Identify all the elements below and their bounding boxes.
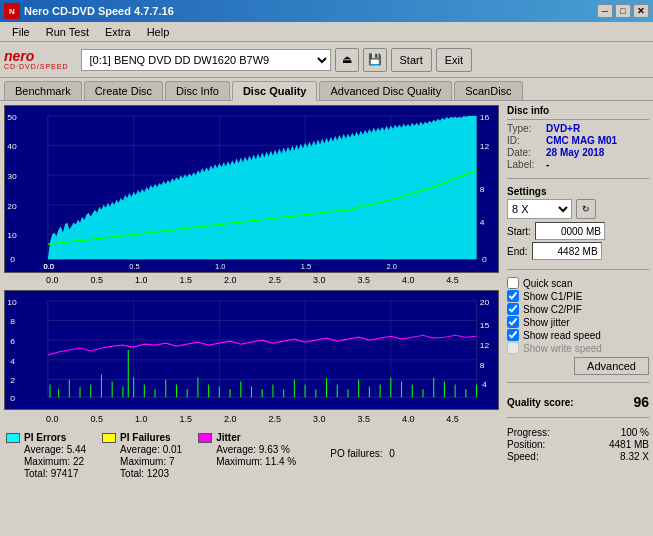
bottom-chart: 10 8 6 4 2 0 20 15 12 8 4 [4, 290, 499, 410]
show-c2-pif-row: Show C2/PIF [507, 303, 649, 315]
jitter-max-label: Maximum: [216, 456, 262, 467]
eject-icon[interactable]: ⏏ [335, 48, 359, 72]
title-bar-left: N Nero CD-DVD Speed 4.7.7.16 [4, 3, 174, 19]
pi-errors-max-label: Maximum: [24, 456, 70, 467]
checkboxes-section: Quick scan Show C1/PIE Show C2/PIF Show … [507, 277, 649, 375]
exit-button[interactable]: Exit [436, 48, 472, 72]
disc-type-row: Type: DVD+R [507, 123, 649, 134]
speed-select[interactable]: 8 X [507, 199, 572, 219]
svg-text:0.5: 0.5 [129, 262, 139, 271]
speed-label: Speed: [507, 451, 539, 462]
pi-failures-total-label: Total: [120, 468, 144, 479]
po-failures-label: PO failures: [330, 448, 382, 459]
legend-po-failures: PO failures: 0 [312, 448, 395, 479]
end-input[interactable] [532, 242, 602, 260]
nero-logo-text: nero [4, 49, 34, 63]
legend-pi-errors: PI Errors Average: 5.44 Maximum: 22 Tota… [6, 432, 86, 479]
tab-scan-disc[interactable]: ScanDisc [454, 81, 522, 100]
save-icon[interactable]: 💾 [363, 48, 387, 72]
top-chart-xaxis: 0.0 0.5 1.0 1.5 2.0 2.5 3.0 3.5 4.0 4.5 [4, 275, 499, 285]
svg-text:0.0: 0.0 [44, 262, 54, 271]
show-read-speed-label: Show read speed [523, 330, 601, 341]
pi-failures-avg-label: Average: [120, 444, 160, 455]
legend-pi-failures: PI Failures Average: 0.01 Maximum: 7 Tot… [102, 432, 182, 479]
quick-scan-checkbox[interactable] [507, 277, 519, 289]
position-value: 4481 MB [609, 439, 649, 450]
title-bar: N Nero CD-DVD Speed 4.7.7.16 ─ □ ✕ [0, 0, 653, 22]
jitter-color [198, 433, 212, 443]
drive-select[interactable]: [0:1] BENQ DVD DD DW1620 B7W9 [81, 49, 331, 71]
quality-score-label: Quality score: [507, 397, 574, 408]
minimize-button[interactable]: ─ [597, 4, 613, 18]
menu-help[interactable]: Help [139, 24, 178, 40]
bottom-chart-xaxis: 0.0 0.5 1.0 1.5 2.0 2.5 3.0 3.5 4.0 4.5 [4, 414, 499, 424]
start-button[interactable]: Start [391, 48, 432, 72]
svg-text:2.0: 2.0 [387, 262, 397, 271]
settings-refresh-icon[interactable]: ↻ [576, 199, 596, 219]
tab-create-disc[interactable]: Create Disc [84, 81, 163, 100]
quick-scan-row: Quick scan [507, 277, 649, 289]
disc-info-section: Disc info Type: DVD+R ID: CMC MAG M01 Da… [507, 105, 649, 171]
menu-file[interactable]: File [4, 24, 38, 40]
svg-text:10: 10 [7, 298, 17, 307]
pi-failures-total-value: 1203 [147, 468, 169, 479]
svg-text:8: 8 [10, 318, 15, 327]
legend-jitter: Jitter Average: 9.63 % Maximum: 11.4 % [198, 432, 296, 479]
start-input[interactable] [535, 222, 605, 240]
tab-benchmark[interactable]: Benchmark [4, 81, 82, 100]
menu-extra[interactable]: Extra [97, 24, 139, 40]
svg-text:4: 4 [482, 381, 487, 390]
advanced-button[interactable]: Advanced [574, 357, 649, 375]
svg-text:20: 20 [480, 298, 490, 307]
show-jitter-checkbox[interactable] [507, 316, 519, 328]
svg-text:4: 4 [480, 218, 485, 227]
disc-date-label: Date: [507, 147, 542, 158]
speed-row-progress: Speed: 8.32 X [507, 451, 649, 462]
svg-text:40: 40 [7, 143, 17, 152]
quality-score-value: 96 [633, 394, 649, 410]
show-c2-pif-checkbox[interactable] [507, 303, 519, 315]
disc-label-value: - [546, 159, 549, 170]
svg-text:6: 6 [10, 337, 15, 346]
jitter-max-value: 11.4 % [265, 456, 296, 467]
show-read-speed-checkbox[interactable] [507, 329, 519, 341]
jitter-avg-label: Average: [216, 444, 256, 455]
close-button[interactable]: ✕ [633, 4, 649, 18]
show-jitter-row: Show jitter [507, 316, 649, 328]
maximize-button[interactable]: □ [615, 4, 631, 18]
show-read-speed-row: Show read speed [507, 329, 649, 341]
disc-type-label: Type: [507, 123, 542, 134]
pi-failures-avg-value: 0.01 [163, 444, 182, 455]
svg-text:30: 30 [7, 172, 17, 181]
disc-id-row: ID: CMC MAG M01 [507, 135, 649, 146]
svg-text:12: 12 [480, 143, 490, 152]
end-label: End: [507, 246, 528, 257]
jitter-label: Jitter [216, 432, 240, 443]
progress-row: Progress: 100 % [507, 427, 649, 438]
right-panel: Disc info Type: DVD+R ID: CMC MAG M01 Da… [503, 101, 653, 533]
show-c1-pie-checkbox[interactable] [507, 290, 519, 302]
tab-disc-info[interactable]: Disc Info [165, 81, 230, 100]
svg-text:12: 12 [480, 341, 490, 350]
tab-disc-quality[interactable]: Disc Quality [232, 81, 318, 101]
tab-advanced-disc-quality[interactable]: Advanced Disc Quality [319, 81, 452, 100]
main-content: 50 40 30 20 10 0 16 12 8 4 0 0.0 0.5 1.0… [0, 101, 653, 533]
pi-errors-max-value: 22 [73, 456, 84, 467]
svg-text:10: 10 [7, 232, 17, 241]
menu-run-test[interactable]: Run Test [38, 24, 97, 40]
progress-value: 100 % [621, 427, 649, 438]
toolbar: nero CD·DVD/SPEED [0:1] BENQ DVD DD DW16… [0, 42, 653, 78]
pi-errors-avg-value: 5.44 [67, 444, 86, 455]
quick-scan-label: Quick scan [523, 278, 572, 289]
settings-title: Settings [507, 186, 649, 197]
speed-row: 8 X ↻ [507, 199, 649, 219]
position-row: Position: 4481 MB [507, 439, 649, 450]
pi-errors-label: PI Errors [24, 432, 66, 443]
svg-text:0: 0 [10, 394, 15, 403]
nero-logo-sub: CD·DVD/SPEED [4, 63, 69, 70]
disc-id-value: CMC MAG M01 [546, 135, 617, 146]
settings-section: Settings 8 X ↻ Start: End: [507, 186, 649, 262]
show-write-speed-label: Show write speed [523, 343, 602, 354]
svg-text:50: 50 [7, 113, 17, 122]
disc-label-label: Label: [507, 159, 542, 170]
